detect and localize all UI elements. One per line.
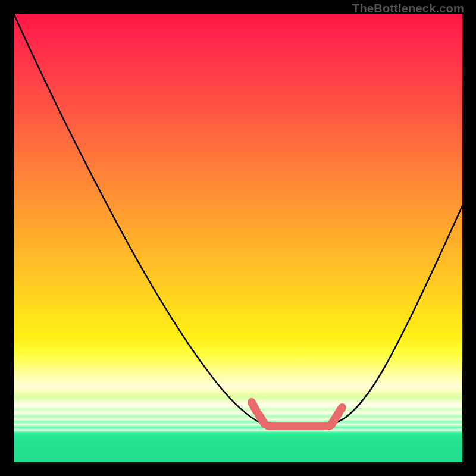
bottleneck-curve (14, 14, 462, 424)
marker-band (252, 402, 342, 426)
chart-frame (14, 14, 462, 462)
chart-svg (14, 14, 462, 462)
